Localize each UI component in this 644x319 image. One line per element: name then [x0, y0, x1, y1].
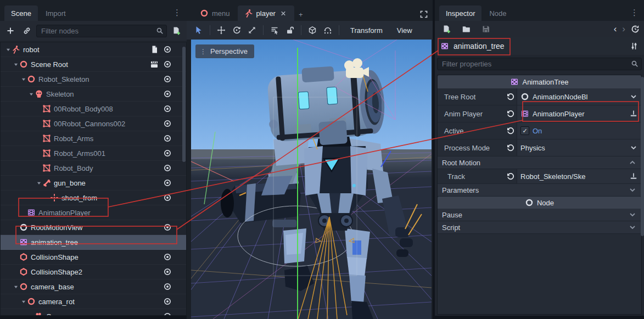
revert-button[interactable] [505, 169, 517, 183]
visibility-eye-icon[interactable] [163, 312, 172, 316]
dropdown-chevron-icon[interactable] [629, 143, 638, 152]
tree-expander[interactable] [4, 47, 12, 53]
visibility-eye-icon[interactable] [163, 104, 172, 113]
property-value[interactable]: ✓On [517, 122, 641, 139]
inspector-scrollbar[interactable] [641, 77, 644, 236]
tree-expander[interactable] [19, 76, 27, 82]
history-icon[interactable] [631, 25, 640, 33]
visibility-eye-icon[interactable] [163, 282, 172, 291]
listsel-tool-button[interactable] [267, 23, 282, 37]
tree-expander[interactable] [12, 284, 19, 290]
property-value[interactable]: AnimationNodeBl [517, 88, 641, 105]
visibility-eye-icon[interactable] [163, 60, 172, 69]
revert-button[interactable] [505, 88, 517, 105]
cube-tool-button[interactable] [305, 23, 320, 37]
save-resource-button[interactable] [479, 23, 493, 36]
select-tool-button[interactable] [191, 23, 206, 37]
revert-button[interactable] [505, 122, 517, 139]
tab-inspector[interactable]: Inspector [439, 5, 481, 21]
visibility-eye-icon[interactable] [163, 134, 172, 143]
visibility-eye-icon[interactable] [163, 149, 172, 158]
visibility-eye-icon[interactable] [163, 178, 172, 187]
revert-button[interactable] [505, 139, 517, 156]
tree-expander[interactable] [27, 91, 35, 97]
visibility-eye-icon[interactable] [163, 253, 172, 261]
dropdown-chevron-icon[interactable] [629, 92, 638, 101]
tree-node-camera-base[interactable]: camera_base [1, 279, 186, 294]
tab-scene-scene[interactable]: Scene [4, 5, 38, 21]
visibility-eye-icon[interactable] [163, 45, 172, 54]
tree-node-robot[interactable]: robot [1, 42, 186, 57]
revert-button[interactable] [505, 105, 517, 122]
script-icon[interactable] [150, 45, 159, 54]
tree-node-shoot-from[interactable]: shoot_from [1, 191, 186, 205]
inspector-panel-menu[interactable]: ⋮ [630, 8, 644, 21]
tree-node-00robot-cannons002[interactable]: 00Robot_Cannons002 [1, 116, 186, 131]
tree-node-robot-arms001[interactable]: Robot_Arms001 [1, 146, 186, 161]
tab-player[interactable]: player [238, 5, 294, 21]
tree-node-animation-tree[interactable]: animation_tree [1, 235, 186, 250]
checkbox[interactable]: ✓ [520, 126, 529, 135]
history-back-button[interactable]: ‹ [614, 24, 617, 35]
tree-expander[interactable] [35, 180, 42, 186]
property-value[interactable]: Physics [517, 139, 641, 156]
assign-icon[interactable] [629, 109, 638, 118]
property-value[interactable]: AnimationPlayer [517, 105, 641, 122]
transform-menu[interactable]: Transform [344, 26, 389, 35]
section-parameters[interactable]: Parameters [438, 184, 641, 197]
add-node-button[interactable] [3, 24, 18, 37]
assign-icon[interactable] [629, 172, 638, 181]
scene-panel-menu[interactable]: ⋮ [173, 8, 187, 21]
visibility-eye-icon[interactable] [163, 267, 172, 276]
new-resource-button[interactable] [439, 23, 453, 36]
rotate-tool-button[interactable] [229, 23, 244, 37]
attach-script-button[interactable] [169, 24, 183, 37]
lock-tool-button[interactable] [282, 23, 298, 37]
perspective-label: Perspective [210, 47, 248, 55]
tree-node-robot-arms[interactable]: Robot_Arms [1, 131, 186, 146]
visibility-eye-icon[interactable] [163, 89, 172, 98]
visibility-eye-icon[interactable] [163, 297, 172, 306]
filter-properties-input[interactable] [437, 58, 642, 70]
tree-node-camera[interactable]: Camera [1, 309, 186, 316]
visibility-eye-icon[interactable] [163, 164, 172, 172]
tree-node-camera-rot[interactable]: camera_rot [1, 294, 186, 309]
tree-node-gun-bone[interactable]: gun_bone [1, 176, 186, 191]
load-resource-button[interactable] [459, 23, 473, 36]
tree-node-scene-root[interactable]: Scene Root [1, 57, 186, 72]
node-tools-icon[interactable] [630, 42, 639, 51]
tree-node-robot-skeleton[interactable]: Robot_Skeleton [1, 72, 186, 87]
visibility-eye-icon[interactable] [163, 223, 172, 232]
tree-node-robot-body[interactable]: Robot_Body [1, 161, 186, 176]
tab-menu[interactable]: menu [193, 5, 237, 21]
history-forward-button[interactable]: › [622, 24, 625, 35]
tab-node[interactable]: Node [483, 5, 513, 21]
tree-expander[interactable] [12, 61, 19, 68]
tree-node-00robot-body008[interactable]: 00Robot_Body008 [1, 102, 186, 116]
visibility-eye-icon[interactable] [163, 119, 172, 128]
view-menu[interactable]: View [390, 26, 419, 35]
tree-node-collisionshape2[interactable]: CollisionShape2 [1, 265, 186, 279]
scale-tool-button[interactable] [244, 23, 260, 37]
viewport-3d[interactable]: ⋮ Perspective [191, 40, 432, 319]
move-tool-button[interactable] [214, 23, 229, 37]
section-root-motion[interactable]: Root Motion [438, 156, 641, 169]
perspective-button[interactable]: ⋮ Perspective [195, 44, 254, 58]
tree-node-skeleton[interactable]: Skeleton [1, 87, 186, 102]
visibility-eye-icon[interactable] [163, 75, 172, 83]
property-value[interactable]: Robot_Skeleton/Ske [517, 169, 641, 183]
tab-scene-import[interactable]: Import [39, 5, 72, 21]
tree-node-collisionshape[interactable]: CollisionShape [1, 250, 186, 265]
clapper-icon[interactable] [150, 60, 159, 69]
snap-tool-button[interactable] [320, 23, 335, 37]
filter-nodes-input[interactable] [36, 25, 167, 37]
instance-scene-button[interactable] [20, 24, 34, 37]
section-script[interactable]: Script [438, 221, 641, 234]
tree-expander[interactable] [19, 299, 27, 305]
tree-node-rootmotionview[interactable]: RootMotionView [1, 220, 186, 235]
visibility-eye-icon[interactable] [163, 193, 172, 202]
section-pause[interactable]: Pause [438, 209, 641, 221]
tree-node-animationplayer[interactable]: AnimationPlayer [1, 205, 186, 220]
new-scene-tab-button[interactable]: + [295, 10, 309, 21]
scene-tree-scrollbar[interactable] [182, 47, 186, 162]
